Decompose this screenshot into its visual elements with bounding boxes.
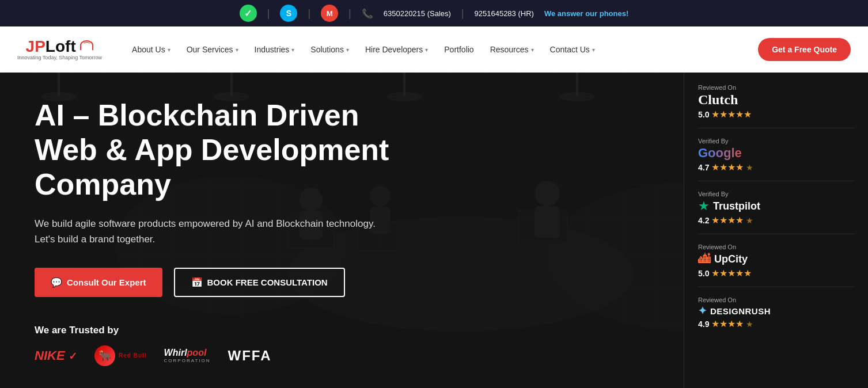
whirlpool-text: Whirl (164, 348, 187, 357)
chevron-icon: ▾ (531, 47, 534, 53)
designrush-icon: ✦ (698, 305, 707, 317)
chevron-icon: ▾ (168, 47, 170, 53)
half-star-2: ★ (746, 216, 753, 225)
phone-sales[interactable]: 6350220215 (Sales) (384, 9, 451, 18)
whirlpool-text-2: pool (187, 348, 207, 357)
google-stars: 4.7 ★★★★★ (698, 162, 854, 173)
divider-1: | (267, 7, 270, 20)
designrush-name-row: ✦ DESIGNRUSH (698, 305, 854, 317)
review-upcity-info: Reviewed On 🏙 UpCity 5.0 ★★★★★ (698, 244, 854, 279)
logo-loft: Loft (46, 37, 76, 55)
upcity-score: 5.0 (698, 269, 709, 278)
star-5: ★★★★ (711, 318, 744, 329)
calendar-icon: 📅 (191, 277, 203, 288)
logo-jp: JP (26, 37, 46, 55)
divider-2: | (308, 7, 310, 20)
half-star: ★ (746, 163, 753, 172)
answer-phones-text: We answer our phones! (544, 9, 628, 18)
review-google-info: Verified By Google 4.7 ★★★★★ (698, 138, 854, 173)
clutch-score: 5.0 (698, 110, 709, 119)
clutch-stars: 5.0 ★★★★★ (698, 109, 854, 120)
hero-buttons: 💬 Consult Our Expert 📅 BOOK FREE CONSULT… (35, 268, 397, 297)
trusted-section: We are Trusted by NIKE ✓ 🐂 Red Bull (35, 325, 397, 366)
review-clutch: Reviewed On Clutch 5.0 ★★★★★ (698, 84, 854, 128)
google-name: Google (698, 146, 854, 161)
review-trustpilot: Verified By ★ Trustpilot 4.2 ★★★★★ (698, 191, 854, 234)
nike-text: NIKE (35, 348, 65, 363)
redbull-text-group: Red Bull (119, 352, 147, 359)
whirlpool-sub: CORPORATION (164, 358, 211, 363)
designrush-name: DESIGNRUSH (710, 306, 771, 316)
divider-3: | (348, 7, 351, 20)
chevron-icon: ▾ (592, 47, 595, 53)
review-trustpilot-info: Verified By ★ Trustpilot 4.2 ★★★★★ (698, 191, 854, 226)
nav-about[interactable]: About Us ▾ (125, 40, 177, 59)
trustpilot-star-icon: ★ (698, 199, 710, 214)
chevron-icon: ▾ (291, 47, 294, 53)
wffa-logo: WFFA (228, 348, 272, 364)
get-free-quote-button[interactable]: Get a Free Quote (758, 38, 851, 61)
nav-contact[interactable]: Contact Us ▾ (543, 40, 602, 59)
consult-expert-button[interactable]: 💬 Consult Our Expert (35, 268, 162, 297)
star-4: ★★★★★ (711, 268, 752, 279)
star-3: ★★★★ (711, 215, 744, 226)
upcity-label: Reviewed On (698, 244, 854, 250)
trusted-label: We are Trusted by (35, 325, 397, 336)
designrush-stars: 4.9 ★★★★★ (698, 318, 854, 329)
designrush-score: 4.9 (698, 319, 709, 329)
trustpilot-score: 4.2 (698, 216, 709, 225)
gmail-icon[interactable]: M (321, 5, 338, 22)
hero-title: AI – Blockchain Driven Web & App Develop… (35, 98, 397, 201)
review-designrush: Reviewed On ✦ DESIGNRUSH 4.9 ★★★★★ (698, 296, 854, 329)
hero-subtitle: We build agile software products empower… (35, 216, 397, 247)
phone-hr[interactable]: 9251645283 (HR) (475, 9, 534, 18)
whirlpool-logo: Whirlpool CORPORATION (164, 348, 211, 363)
wffa-text: WFFA (228, 348, 272, 363)
designrush-label: Reviewed On (698, 296, 854, 303)
nav-hire[interactable]: Hire Developers ▾ (358, 40, 435, 59)
whatsapp-icon[interactable]: ✓ (240, 5, 257, 22)
trustpilot-name: Trustpilot (713, 200, 760, 212)
google-label: Verified By (698, 138, 854, 144)
nav-industries[interactable]: Industries ▾ (248, 40, 302, 59)
logo[interactable]: JPLoft ⌒ Innovating Today, Shaping Tomor… (17, 39, 102, 60)
star-2: ★★★★ (711, 162, 744, 173)
trustpilot-label: Verified By (698, 191, 854, 197)
google-score: 4.7 (698, 163, 709, 172)
review-designrush-info: Reviewed On ✦ DESIGNRUSH 4.9 ★★★★★ (698, 296, 854, 329)
upcity-stars: 5.0 ★★★★★ (698, 268, 854, 279)
clutch-name: Clutch (698, 92, 854, 108)
logo-subtitle: Innovating Today, Shaping Tomorrow (17, 55, 102, 60)
upcity-name-row: 🏙 UpCity (698, 252, 854, 267)
redbull-icon: 🐂 (94, 345, 115, 366)
review-clutch-info: Reviewed On Clutch 5.0 ★★★★★ (698, 84, 854, 120)
redbull-logo: 🐂 Red Bull (94, 345, 147, 366)
nav-solutions[interactable]: Solutions ▾ (304, 40, 356, 59)
chevron-icon: ▾ (346, 47, 349, 53)
upcity-icon: 🏙 (698, 252, 711, 267)
reviews-sidebar: Reviewed On Clutch 5.0 ★★★★★ Verified By… (684, 73, 868, 388)
chat-icon: 💬 (51, 277, 62, 288)
navbar: JPLoft ⌒ Innovating Today, Shaping Tomor… (0, 26, 868, 73)
trustpilot-name-row: ★ Trustpilot (698, 199, 854, 214)
half-star-3: ★ (746, 319, 753, 329)
chevron-icon: ▾ (425, 47, 428, 53)
trustpilot-stars: 4.2 ★★★★★ (698, 215, 854, 226)
nav-services[interactable]: Our Services ▾ (180, 40, 245, 59)
star-1: ★★★★★ (711, 109, 752, 120)
review-upcity: Reviewed On 🏙 UpCity 5.0 ★★★★★ (698, 244, 854, 287)
redbull-text: Red Bull (119, 352, 147, 359)
nike-logo: NIKE ✓ (35, 348, 77, 363)
nav-portfolio[interactable]: Portfolio (437, 40, 480, 59)
nav-resources[interactable]: Resources ▾ (483, 40, 541, 59)
phone-icon: 📞 (362, 8, 373, 19)
nav-links: About Us ▾ Our Services ▾ Industries ▾ S… (125, 40, 758, 59)
review-google: Verified By Google 4.7 ★★★★★ (698, 138, 854, 181)
clutch-label: Reviewed On (698, 84, 854, 91)
chevron-icon: ▾ (236, 47, 238, 53)
divider-4: | (461, 7, 464, 20)
book-consultation-button[interactable]: 📅 BOOK FREE CONSULTATION (174, 268, 345, 297)
hero-content: AI – Blockchain Driven Web & App Develop… (0, 98, 432, 366)
skype-icon[interactable]: S (280, 5, 297, 22)
nike-swoosh: ✓ (69, 351, 77, 362)
